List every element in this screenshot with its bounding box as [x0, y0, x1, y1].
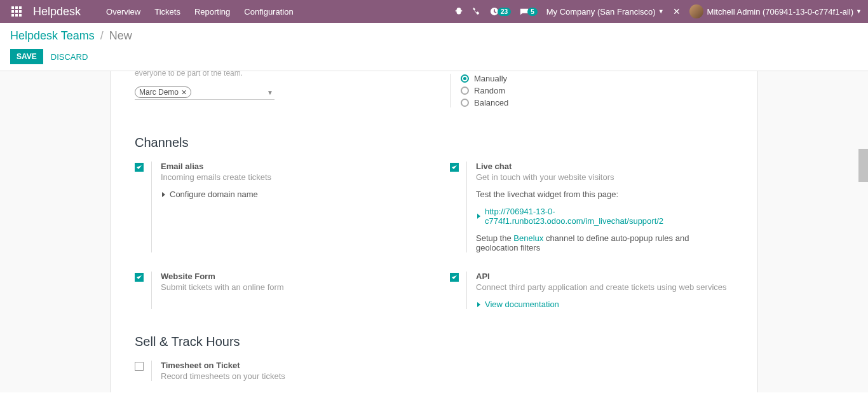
assignment-method-group: Manually Random Balanced — [450, 74, 733, 107]
svg-rect-2 — [19, 6, 22, 9]
api-doc-link[interactable]: View documentation — [476, 300, 733, 309]
website-form-desc: Submit tickets with an online form — [161, 282, 418, 292]
livechat-desc: Get in touch with your website visitors — [476, 172, 733, 182]
discard-button[interactable]: DISCARD — [51, 52, 88, 62]
livechat-setup-text: Setup the Benelux channel to define auto… — [476, 233, 733, 252]
team-members-hint: everyone to be part of the team. — [135, 71, 418, 78]
activities-icon[interactable]: 23 — [490, 7, 511, 16]
api-desc: Connect third party application and crea… — [476, 282, 733, 292]
chevron-down-icon[interactable]: ▼ — [267, 89, 273, 96]
api-title: API — [476, 272, 733, 281]
email-alias-title: Email alias — [161, 162, 418, 171]
timesheet-title: Timesheet on Ticket — [161, 361, 418, 370]
messages-icon[interactable]: 5 — [520, 7, 538, 16]
svg-rect-5 — [19, 10, 22, 13]
nav-reporting[interactable]: Reporting — [194, 7, 230, 17]
radio-icon — [461, 86, 469, 95]
checkbox-website-form[interactable] — [135, 273, 144, 282]
messages-count: 5 — [527, 8, 538, 16]
radio-manually[interactable]: Manually — [461, 74, 733, 83]
chevron-down-icon: ▼ — [856, 8, 862, 15]
scrollbar-thumb[interactable] — [858, 149, 868, 182]
tag-remove-icon[interactable]: ✕ — [181, 88, 187, 97]
top-navbar: Helpdesk Overview Tickets Reporting Conf… — [0, 0, 868, 23]
radio-icon — [461, 99, 469, 107]
debug-icon[interactable] — [454, 7, 463, 16]
email-alias-desc: Incoming emails create tickets — [161, 172, 418, 182]
chevron-down-icon: ▼ — [658, 8, 664, 15]
close-icon[interactable]: ✕ — [673, 6, 681, 17]
apps-icon[interactable] — [6, 1, 27, 22]
nav-configuration[interactable]: Configuration — [244, 7, 293, 17]
control-panel: Helpdesk Teams / New SAVE DISCARD — [0, 23, 868, 71]
benelux-channel-link[interactable]: Benelux — [513, 233, 543, 243]
breadcrumb: Helpdesk Teams / New — [10, 29, 858, 43]
livechat-test-label: Test the livechat widget from this page: — [476, 190, 733, 199]
timesheet-desc: Record timesheets on your tickets — [161, 371, 418, 381]
svg-rect-8 — [19, 14, 22, 17]
configure-domain-link[interactable]: Configure domain name — [161, 190, 418, 199]
breadcrumb-current: New — [109, 29, 132, 42]
app-brand[interactable]: Helpdesk — [33, 5, 81, 18]
svg-rect-1 — [15, 6, 18, 9]
checkbox-api[interactable] — [450, 273, 459, 282]
svg-rect-0 — [11, 6, 14, 9]
livechat-title: Live chat — [476, 162, 733, 171]
nav-overview[interactable]: Overview — [106, 7, 140, 17]
breadcrumb-parent[interactable]: Helpdesk Teams — [10, 29, 95, 42]
website-form-title: Website Form — [161, 272, 418, 281]
section-sell-track-hours: Sell & Track Hours — [135, 334, 733, 349]
team-members-input[interactable]: Marc Demo ✕ ▼ — [135, 85, 275, 100]
svg-rect-6 — [11, 14, 14, 17]
checkbox-live-chat[interactable] — [450, 163, 459, 172]
phone-icon[interactable] — [472, 7, 481, 16]
radio-balanced[interactable]: Balanced — [461, 98, 733, 107]
activities-count: 23 — [498, 8, 511, 16]
company-switcher[interactable]: My Company (San Francisco)▼ — [546, 7, 664, 17]
svg-rect-4 — [15, 10, 18, 13]
checkbox-email-alias[interactable] — [135, 163, 144, 172]
user-menu[interactable]: Mitchell Admin (706941-13-0-c774f1-all)▼ — [689, 4, 862, 18]
form-sheet: everyone to be part of the team. Marc De… — [110, 71, 758, 392]
form-scroll-area[interactable]: everyone to be part of the team. Marc De… — [0, 71, 868, 392]
nav-tickets[interactable]: Tickets — [154, 7, 180, 17]
avatar — [689, 4, 703, 18]
section-channels: Channels — [135, 135, 733, 150]
checkbox-timesheet[interactable] — [135, 362, 144, 371]
livechat-url-link[interactable]: http://706941-13-0-c774f1.runbot23.odoo.… — [476, 207, 733, 226]
svg-rect-7 — [15, 14, 18, 17]
save-button[interactable]: SAVE — [10, 49, 43, 64]
svg-rect-3 — [11, 10, 14, 13]
tag-marc-demo: Marc Demo ✕ — [135, 86, 191, 98]
radio-random[interactable]: Random — [461, 86, 733, 95]
radio-icon — [461, 74, 469, 83]
